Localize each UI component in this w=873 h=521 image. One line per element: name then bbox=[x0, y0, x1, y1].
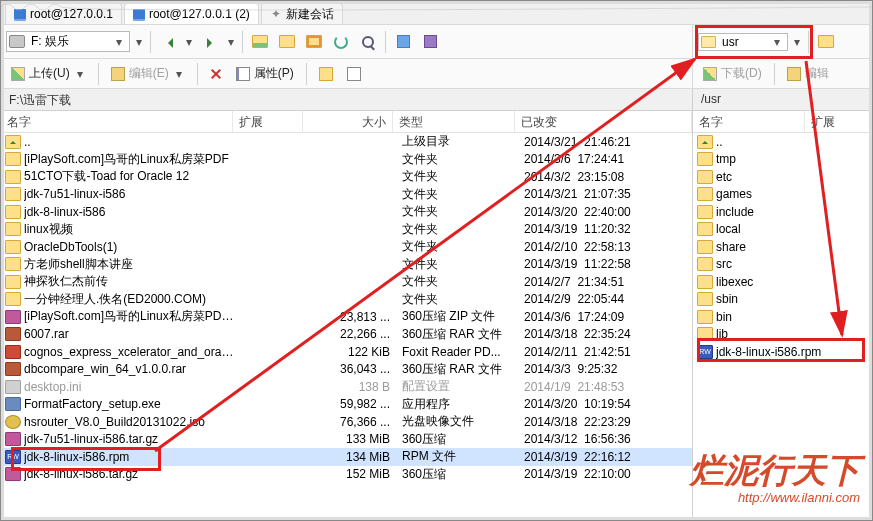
file-row[interactable]: cognos_express_xcelerator_and_oracle_odb… bbox=[1, 343, 692, 361]
file-date: 2014/3/6 17:24:41 bbox=[518, 152, 692, 166]
home-folder-button[interactable] bbox=[302, 30, 326, 54]
download-button[interactable]: 下载(D) bbox=[699, 63, 766, 84]
file-name: jdk-8-linux-i586.tar.gz bbox=[24, 467, 236, 481]
col-changed[interactable]: 已改变 bbox=[515, 111, 692, 132]
file-row[interactable]: tmp bbox=[693, 151, 872, 169]
file-icon bbox=[5, 135, 21, 149]
remote-dir-selector[interactable]: usr ▾ bbox=[698, 33, 788, 51]
properties-local-button[interactable]: 属性(P) bbox=[232, 63, 298, 84]
file-row[interactable]: [iPlaySoft.com]鸟哥的Linux私房菜PDF文件夹2014/3/6… bbox=[1, 151, 692, 169]
local-column-header[interactable]: 名字 扩展 大小 类型 已改变 bbox=[1, 111, 692, 133]
remote-file-list[interactable]: ..tmpetcgamesincludelocalsharesrclibexec… bbox=[693, 133, 872, 361]
file-name: hsrouter_V8.0_Build20131022.iso bbox=[24, 415, 236, 429]
refresh-button[interactable] bbox=[329, 30, 353, 54]
file-icon bbox=[5, 257, 21, 271]
file-row[interactable]: jdk-8-linux-i586.rpm134 MiBRPM 文件2014/3/… bbox=[1, 448, 692, 466]
file-row[interactable]: ..上级目录2014/3/21 21:46:21 bbox=[1, 133, 692, 151]
remote-history-dropdown[interactable]: ▾ bbox=[791, 35, 803, 49]
col-ext[interactable]: 扩展 bbox=[805, 111, 872, 132]
file-row[interactable]: src bbox=[693, 256, 872, 274]
local-drive-selector[interactable]: F: 娱乐 ▾ bbox=[6, 31, 130, 52]
sync-browse-button[interactable] bbox=[391, 30, 415, 54]
file-type: 光盘映像文件 bbox=[396, 413, 518, 430]
file-row[interactable]: jdk-8-linux-i586文件夹2014/3/20 22:40:00 bbox=[1, 203, 692, 221]
file-row[interactable]: 51CTO下载-Toad for Oracle 12文件夹2014/3/2 23… bbox=[1, 168, 692, 186]
file-row[interactable]: linux视频文件夹2014/3/19 11:20:32 bbox=[1, 221, 692, 239]
new-folder-local-button[interactable] bbox=[315, 65, 337, 83]
col-name[interactable]: 名字 bbox=[1, 111, 233, 132]
arrow-right-icon bbox=[203, 35, 217, 49]
upload-button[interactable]: 上传(U)▾ bbox=[7, 63, 90, 84]
file-row[interactable]: bin bbox=[693, 308, 872, 326]
file-row[interactable]: jdk-8-linux-i586.rpm bbox=[693, 343, 872, 361]
file-type: RPM 文件 bbox=[396, 448, 518, 465]
file-icon bbox=[5, 187, 21, 201]
col-type[interactable]: 类型 bbox=[393, 111, 515, 132]
file-name: dbcompare_win_64_v1.0.0.rar bbox=[24, 362, 236, 376]
file-date: 2014/3/3 9:25:32 bbox=[518, 362, 692, 376]
remote-action-toolbar: 下载(D) 编辑 bbox=[693, 59, 872, 88]
file-row[interactable]: [iPlaySoft.com]鸟哥的Linux私房菜PDF.zip23,813 … bbox=[1, 308, 692, 326]
find-button[interactable] bbox=[356, 30, 380, 54]
nav-back-menu[interactable]: ▾ bbox=[183, 35, 195, 49]
delete-local-button[interactable] bbox=[206, 66, 226, 82]
file-size: 134 MiB bbox=[306, 450, 396, 464]
file-row[interactable]: .. bbox=[693, 133, 872, 151]
file-row[interactable]: include bbox=[693, 203, 872, 221]
col-size[interactable]: 大小 bbox=[303, 111, 393, 132]
file-row[interactable]: libexec bbox=[693, 273, 872, 291]
nav-back-button[interactable] bbox=[156, 30, 180, 54]
file-row[interactable]: jdk-7u51-linux-i586文件夹2014/3/21 21:07:35 bbox=[1, 186, 692, 204]
edit-remote-button[interactable]: 编辑 bbox=[783, 63, 833, 84]
file-row[interactable]: dbcompare_win_64_v1.0.0.rar36,043 ...360… bbox=[1, 361, 692, 379]
file-row[interactable]: games bbox=[693, 186, 872, 204]
drive-history-dropdown[interactable]: ▾ bbox=[133, 35, 145, 49]
file-row[interactable]: 一分钟经理人.佚名(ED2000.COM)文件夹2014/2/9 22:05:4… bbox=[1, 291, 692, 309]
file-type: 文件夹 bbox=[396, 291, 518, 308]
local-action-toolbar: 上传(U)▾ 编辑(E)▾ 属性(P) bbox=[1, 59, 693, 88]
edit-local-button[interactable]: 编辑(E)▾ bbox=[107, 63, 189, 84]
tab-session-2[interactable]: root@127.0.0.1 (2) bbox=[124, 3, 259, 24]
new-file-local-button[interactable] bbox=[343, 65, 365, 83]
file-icon bbox=[5, 327, 21, 341]
file-row[interactable]: hsrouter_V8.0_Build20131022.iso76,366 ..… bbox=[1, 413, 692, 431]
file-icon bbox=[697, 205, 713, 219]
file-row[interactable]: jdk-7u51-linux-i586.tar.gz133 MiB360压缩20… bbox=[1, 431, 692, 449]
tab-new-session[interactable]: ✦新建会话 bbox=[261, 3, 343, 24]
col-name[interactable]: 名字 bbox=[693, 111, 805, 132]
file-row[interactable]: jdk-8-linux-i586.tar.gz152 MiB360压缩2014/… bbox=[1, 466, 692, 484]
nav-forward-menu[interactable]: ▾ bbox=[225, 35, 237, 49]
file-row[interactable]: OracleDbTools(1)文件夹2014/2/10 22:58:13 bbox=[1, 238, 692, 256]
file-date: 2014/2/9 22:05:44 bbox=[518, 292, 692, 306]
file-type: 360压缩 bbox=[396, 431, 518, 448]
file-size: 76,366 ... bbox=[306, 415, 396, 429]
file-row[interactable]: desktop.ini138 B配置设置2014/1/9 21:48:53 bbox=[1, 378, 692, 396]
file-row[interactable]: local bbox=[693, 221, 872, 239]
file-row[interactable]: 方老师shell脚本讲座文件夹2014/3/19 11:22:58 bbox=[1, 256, 692, 274]
file-row[interactable]: FormatFactory_setup.exe59,982 ...应用程序201… bbox=[1, 396, 692, 414]
file-name: jdk-8-linux-i586 bbox=[24, 205, 236, 219]
nav-forward-button[interactable] bbox=[198, 30, 222, 54]
tab-session-1[interactable]: root@127.0.0.1 bbox=[5, 3, 122, 24]
root-folder-button[interactable] bbox=[275, 30, 299, 54]
file-date: 2014/2/10 22:58:13 bbox=[518, 240, 692, 254]
remote-column-header[interactable]: 名字 扩展 bbox=[693, 111, 872, 133]
file-row[interactable]: lib bbox=[693, 326, 872, 344]
parent-folder-button[interactable] bbox=[248, 30, 272, 54]
remote-path[interactable]: /usr bbox=[693, 89, 872, 111]
nav-toolbar: F: 娱乐 ▾ ▾ ▾ ▾ usr ▾ ▾ bbox=[1, 25, 872, 59]
remote-open-button[interactable] bbox=[814, 30, 838, 54]
file-row[interactable]: 6007.rar22,266 ...360压缩 RAR 文件2014/3/18 … bbox=[1, 326, 692, 344]
file-row[interactable]: 神探狄仁杰前传文件夹2014/2/7 21:34:51 bbox=[1, 273, 692, 291]
file-icon bbox=[697, 327, 713, 341]
file-row[interactable]: etc bbox=[693, 168, 872, 186]
folder-icon bbox=[818, 35, 834, 48]
compare-button[interactable] bbox=[418, 30, 442, 54]
local-path[interactable]: F:\迅雷下载 bbox=[1, 89, 693, 111]
dropdown-arrow-icon: ▾ bbox=[771, 35, 783, 49]
chevron-down-icon: ▾ bbox=[74, 67, 86, 81]
file-row[interactable]: sbin bbox=[693, 291, 872, 309]
file-row[interactable]: share bbox=[693, 238, 872, 256]
col-ext[interactable]: 扩展 bbox=[233, 111, 303, 132]
local-file-list[interactable]: ..上级目录2014/3/21 21:46:21[iPlaySoft.com]鸟… bbox=[1, 133, 692, 483]
